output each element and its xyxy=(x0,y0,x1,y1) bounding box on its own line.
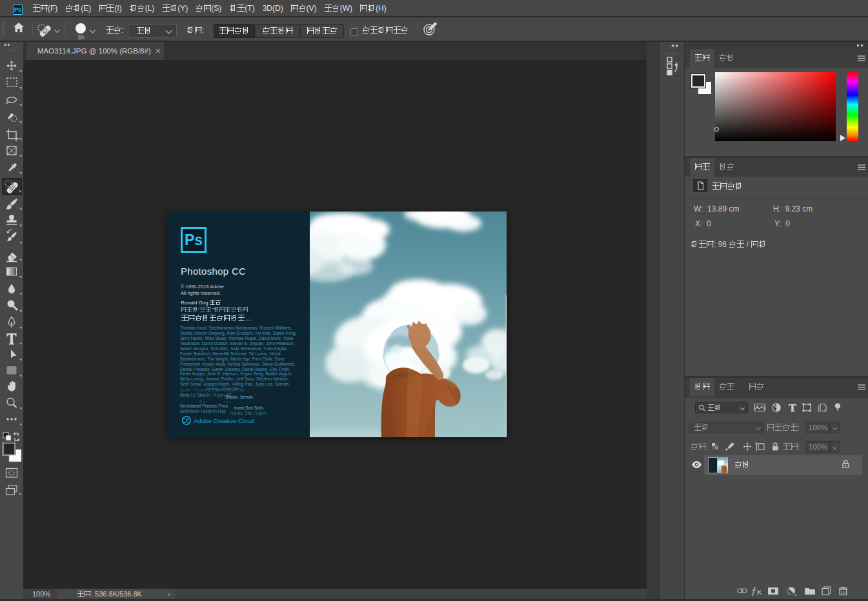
svg-text:Adobe Creative Cloud: Adobe Creative Cloud xyxy=(194,417,254,424)
